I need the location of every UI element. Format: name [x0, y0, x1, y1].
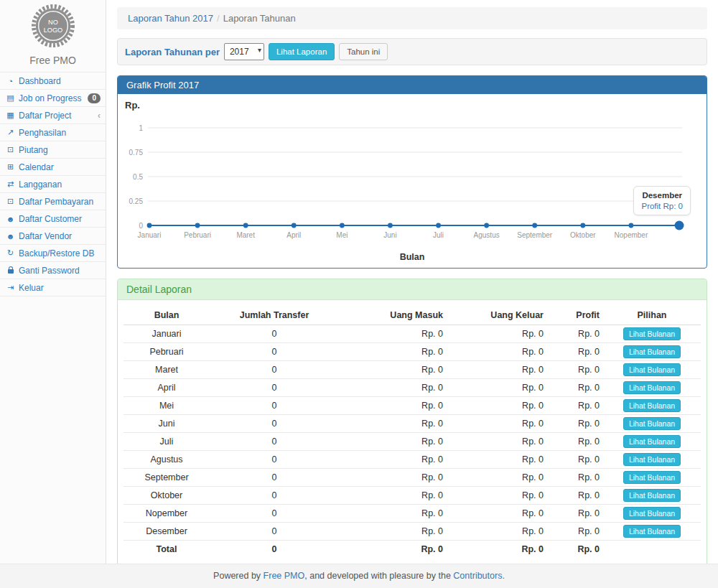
- sidebar-item-label: Daftar Project: [19, 111, 98, 121]
- no-logo-badge: NO LOGO: [31, 4, 75, 48]
- users-icon: ☻: [5, 232, 16, 241]
- cell-bulan: April: [123, 379, 210, 397]
- lihat-bulanan-button[interactable]: Lihat Bulanan: [623, 363, 681, 376]
- table-row: September 0 Rp. 0 Rp. 0 Rp. 0 Lihat Bula…: [123, 469, 701, 487]
- cell-uang-keluar: Rp. 0: [447, 469, 547, 487]
- sidebar-item-label: Calendar: [19, 162, 101, 172]
- sidebar-item-daftar-customer[interactable]: ☻ Daftar Customer: [0, 210, 106, 228]
- svg-text:Mei: Mei: [336, 231, 348, 239]
- lihat-bulanan-button[interactable]: Lihat Bulanan: [623, 489, 681, 502]
- cell-jumlah-transfer: 0: [210, 361, 339, 379]
- cell-profit: Rp. 0: [547, 469, 603, 487]
- cell-profit: Rp. 0: [547, 343, 603, 361]
- tooltip-month: Desember: [641, 191, 683, 200]
- main-content: Laporan Tahun 2017/Laporan Tahunan Lapor…: [106, 0, 718, 569]
- tahun-ini-button[interactable]: Tahun ini: [339, 43, 388, 60]
- sidebar-item-backup-restore-db[interactable]: ↻ Backup/Restore DB: [0, 245, 106, 262]
- lihat-bulanan-button[interactable]: Lihat Bulanan: [623, 525, 681, 538]
- footer-text: Powered by: [213, 571, 263, 581]
- cell-bulan: Mei: [123, 397, 210, 415]
- lihat-bulanan-button[interactable]: Lihat Bulanan: [623, 399, 681, 412]
- sidebar-item-label: Keluar: [19, 283, 101, 293]
- sidebar-item-penghasilan[interactable]: ↗ Penghasilan: [0, 124, 106, 141]
- cell-jumlah-transfer: 0: [210, 469, 339, 487]
- tasks-icon: ▤: [5, 93, 16, 103]
- table-total-row: Total 0 Rp. 0 Rp. 0 Rp. 0: [123, 541, 701, 558]
- cell-uang-masuk: Rp. 0: [339, 379, 447, 397]
- cell-uang-keluar: Rp. 0: [447, 451, 547, 469]
- cell-uang-keluar: Rp. 0: [447, 397, 547, 415]
- cell-profit: Rp. 0: [547, 487, 603, 505]
- chevron-left-icon: ‹: [98, 111, 101, 121]
- cell-bulan: Nopember: [123, 505, 210, 523]
- column-header-bulan: Bulan: [123, 306, 210, 325]
- sidebar-item-ganti-password[interactable]: Ganti Password: [0, 262, 106, 279]
- table-row: Mei 0 Rp. 0 Rp. 0 Rp. 0 Lihat Bulanan: [123, 397, 701, 415]
- cell-jumlah-transfer: 0: [210, 397, 339, 415]
- cell-uang-masuk: Rp. 0: [339, 397, 447, 415]
- lock-icon: [5, 266, 16, 275]
- sidebar-item-job-on-progress[interactable]: ▤ Job on Progress 0: [0, 90, 106, 107]
- footer-link-free-pmo[interactable]: Free PMO: [264, 571, 305, 581]
- svg-text:Juli: Juli: [433, 231, 444, 239]
- sidebar: NO LOGO Free PMO ◔ Dashboard ▤ Job on Pr…: [0, 0, 106, 564]
- lihat-bulanan-button[interactable]: Lihat Bulanan: [623, 471, 681, 484]
- sidebar-item-daftar-vendor[interactable]: ☻ Daftar Vendor: [0, 228, 106, 245]
- cell-uang-masuk: Rp. 0: [339, 523, 447, 541]
- total-jumlah-transfer: 0: [210, 541, 339, 558]
- cell-bulan: Maret: [123, 361, 210, 379]
- cell-bulan: Oktober: [123, 487, 210, 505]
- lihat-bulanan-button[interactable]: Lihat Bulanan: [623, 345, 681, 358]
- breadcrumb-separator: /: [213, 13, 223, 24]
- sidebar-item-label: Piutang: [19, 145, 101, 155]
- sidebar-item-daftar-project[interactable]: ▦ Daftar Project ‹: [0, 107, 106, 124]
- lihat-laporan-button[interactable]: Lihat Laporan: [269, 43, 335, 60]
- cell-bulan: Juli: [123, 433, 210, 451]
- sidebar-menu: ◔ Dashboard ▤ Job on Progress 0 ▦ Daftar…: [0, 72, 106, 297]
- users-icon: ☻: [5, 215, 16, 223]
- dashboard-icon: ◔: [5, 77, 16, 85]
- footer-link-contributors[interactable]: Contributors.: [453, 571, 505, 581]
- svg-text:Januari: Januari: [138, 231, 162, 239]
- cell-jumlah-transfer: 0: [210, 451, 339, 469]
- year-select-wrap: 2017: [224, 43, 264, 60]
- lihat-bulanan-button[interactable]: Lihat Bulanan: [623, 417, 681, 430]
- cell-jumlah-transfer: 0: [210, 415, 339, 433]
- table-body: Januari 0 Rp. 0 Rp. 0 Rp. 0 Lihat Bulana…: [123, 325, 701, 541]
- footer-text: , and developed with pleasure by the: [304, 571, 453, 581]
- chart-x-axis-label: Bulan: [118, 252, 707, 262]
- year-select[interactable]: 2017: [224, 43, 264, 60]
- breadcrumb: Laporan Tahun 2017/Laporan Tahunan: [117, 7, 707, 29]
- lihat-bulanan-button[interactable]: Lihat Bulanan: [623, 453, 681, 466]
- lihat-bulanan-button[interactable]: Lihat Bulanan: [623, 435, 681, 448]
- svg-text:0.5: 0.5: [133, 173, 143, 181]
- sidebar-item-dashboard[interactable]: ◔ Dashboard: [0, 73, 106, 90]
- cell-jumlah-transfer: 0: [210, 379, 339, 397]
- cell-bulan: September: [123, 469, 210, 487]
- table-row: Maret 0 Rp. 0 Rp. 0 Rp. 0 Lihat Bulanan: [123, 361, 701, 379]
- total-profit: Rp. 0: [547, 541, 603, 558]
- sidebar-item-keluar[interactable]: ⇥ Keluar: [0, 279, 106, 297]
- sidebar-item-label: Penghasilan: [19, 128, 101, 138]
- table-icon: ▦: [5, 111, 16, 120]
- logo-text-line2: LOGO: [43, 27, 62, 34]
- sidebar-item-calendar[interactable]: ⊞ Calendar: [0, 159, 106, 176]
- cell-uang-masuk: Rp. 0: [339, 451, 447, 469]
- lihat-bulanan-button[interactable]: Lihat Bulanan: [623, 327, 681, 340]
- cell-jumlah-transfer: 0: [210, 343, 339, 361]
- sidebar-item-label: Daftar Pembayaran: [19, 197, 101, 207]
- table-row: Juni 0 Rp. 0 Rp. 0 Rp. 0 Lihat Bulanan: [123, 415, 701, 433]
- sidebar-item-langganan[interactable]: ⇄ Langganan: [0, 176, 106, 193]
- detail-laporan-table: Bulan Jumlah Transfer Uang Masuk Uang Ke…: [123, 306, 701, 558]
- breadcrumb-link[interactable]: Laporan Tahun 2017: [128, 13, 213, 24]
- lihat-bulanan-button[interactable]: Lihat Bulanan: [623, 507, 681, 520]
- sidebar-item-piutang[interactable]: ⊡ Piutang: [0, 141, 106, 159]
- svg-text:0.75: 0.75: [129, 149, 144, 157]
- lihat-bulanan-button[interactable]: Lihat Bulanan: [623, 381, 681, 394]
- money-icon: ⊡: [5, 197, 16, 206]
- retweet-icon: ⇄: [5, 179, 16, 189]
- sidebar-item-label: Daftar Vendor: [19, 231, 101, 241]
- cell-uang-masuk: Rp. 0: [339, 325, 447, 343]
- sidebar-item-daftar-pembayaran[interactable]: ⊡ Daftar Pembayaran: [0, 193, 106, 210]
- column-header-profit: Profit: [547, 306, 603, 325]
